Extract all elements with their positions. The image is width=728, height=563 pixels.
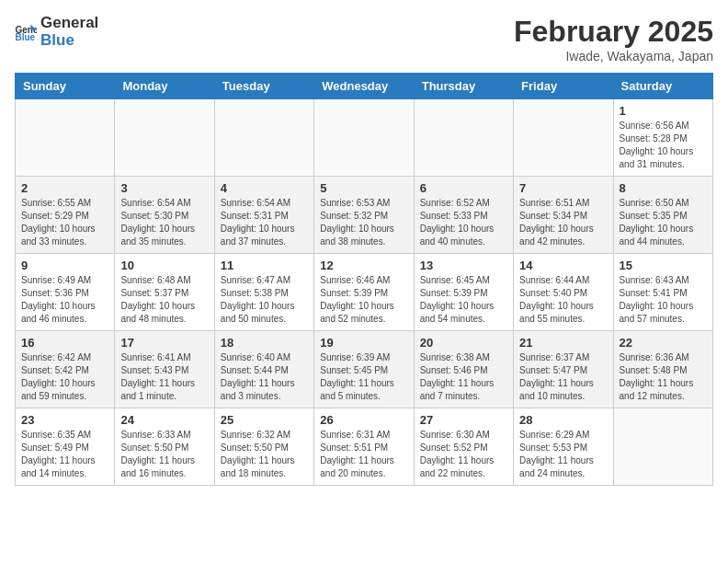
calendar-cell: 10Sunrise: 6:48 AM Sunset: 5:37 PM Dayli…	[115, 254, 214, 331]
day-number: 26	[320, 413, 407, 427]
day-number: 12	[320, 259, 407, 272]
calendar-cell: 25Sunrise: 6:32 AM Sunset: 5:50 PM Dayli…	[214, 408, 313, 486]
calendar-week-row: 16Sunrise: 6:42 AM Sunset: 5:42 PM Dayli…	[16, 331, 713, 408]
day-info: Sunrise: 6:54 AM Sunset: 5:31 PM Dayligh…	[221, 197, 308, 248]
day-info: Sunrise: 6:43 AM Sunset: 5:41 PM Dayligh…	[620, 274, 707, 326]
calendar-cell: 15Sunrise: 6:43 AM Sunset: 5:41 PM Dayli…	[613, 254, 712, 331]
day-number: 3	[120, 181, 208, 195]
day-info: Sunrise: 6:30 AM Sunset: 5:52 PM Dayligh…	[420, 429, 507, 480]
day-info: Sunrise: 6:36 AM Sunset: 5:48 PM Dayligh…	[620, 351, 707, 403]
day-header-thursday: Thursday	[414, 74, 513, 99]
day-info: Sunrise: 6:54 AM Sunset: 5:30 PM Dayligh…	[120, 197, 208, 248]
day-number: 4	[221, 181, 308, 195]
day-info: Sunrise: 6:46 AM Sunset: 5:39 PM Dayligh…	[320, 274, 407, 326]
location-title: Iwade, Wakayama, Japan	[514, 49, 713, 63]
calendar-cell	[214, 99, 313, 177]
title-area: February 2025 Iwade, Wakayama, Japan	[514, 15, 713, 63]
calendar-cell: 28Sunrise: 6:29 AM Sunset: 5:53 PM Dayli…	[514, 408, 613, 486]
calendar-cell: 27Sunrise: 6:30 AM Sunset: 5:52 PM Dayli…	[414, 408, 513, 486]
day-number: 8	[620, 181, 707, 195]
day-number: 28	[519, 413, 607, 427]
day-info: Sunrise: 6:52 AM Sunset: 5:33 PM Dayligh…	[420, 197, 507, 248]
calendar-cell: 13Sunrise: 6:45 AM Sunset: 5:39 PM Dayli…	[414, 254, 513, 331]
svg-text:Blue: Blue	[15, 32, 35, 41]
day-info: Sunrise: 6:50 AM Sunset: 5:35 PM Dayligh…	[620, 197, 707, 248]
calendar-cell: 6Sunrise: 6:52 AM Sunset: 5:33 PM Daylig…	[414, 177, 513, 254]
day-info: Sunrise: 6:41 AM Sunset: 5:43 PM Dayligh…	[120, 351, 208, 403]
month-title: February 2025	[514, 15, 713, 49]
calendar-week-row: 1Sunrise: 6:56 AM Sunset: 5:28 PM Daylig…	[16, 99, 713, 177]
calendar-cell: 22Sunrise: 6:36 AM Sunset: 5:48 PM Dayli…	[613, 331, 712, 408]
day-number: 24	[120, 413, 208, 427]
day-header-saturday: Saturday	[613, 74, 712, 99]
day-header-tuesday: Tuesday	[214, 74, 313, 99]
logo-icon: General Blue	[15, 23, 37, 41]
day-number: 22	[620, 336, 707, 350]
calendar-cell	[115, 99, 214, 177]
day-info: Sunrise: 6:56 AM Sunset: 5:28 PM Dayligh…	[620, 120, 707, 171]
calendar-week-row: 23Sunrise: 6:35 AM Sunset: 5:49 PM Dayli…	[16, 408, 713, 486]
day-number: 25	[221, 413, 308, 427]
calendar-cell: 14Sunrise: 6:44 AM Sunset: 5:40 PM Dayli…	[514, 254, 613, 331]
day-header-sunday: Sunday	[16, 74, 115, 99]
day-header-wednesday: Wednesday	[314, 74, 414, 99]
calendar: SundayMondayTuesdayWednesdayThursdayFrid…	[15, 73, 713, 486]
day-number: 17	[120, 336, 208, 350]
day-info: Sunrise: 6:47 AM Sunset: 5:38 PM Dayligh…	[221, 274, 308, 326]
calendar-cell	[314, 99, 414, 177]
day-info: Sunrise: 6:35 AM Sunset: 5:49 PM Dayligh…	[21, 429, 108, 480]
day-number: 10	[120, 259, 208, 272]
calendar-cell: 20Sunrise: 6:38 AM Sunset: 5:46 PM Dayli…	[414, 331, 513, 408]
day-number: 20	[420, 336, 507, 350]
day-info: Sunrise: 6:38 AM Sunset: 5:46 PM Dayligh…	[420, 351, 507, 403]
day-number: 6	[420, 181, 507, 195]
day-number: 7	[519, 181, 607, 195]
calendar-week-row: 2Sunrise: 6:55 AM Sunset: 5:29 PM Daylig…	[16, 177, 713, 254]
calendar-cell: 1Sunrise: 6:56 AM Sunset: 5:28 PM Daylig…	[613, 99, 712, 177]
day-number: 5	[320, 181, 407, 195]
calendar-cell: 18Sunrise: 6:40 AM Sunset: 5:44 PM Dayli…	[214, 331, 313, 408]
day-number: 19	[320, 336, 407, 350]
calendar-cell	[16, 99, 115, 177]
calendar-cell: 19Sunrise: 6:39 AM Sunset: 5:45 PM Dayli…	[314, 331, 414, 408]
logo-blue: Blue	[40, 32, 98, 50]
day-info: Sunrise: 6:33 AM Sunset: 5:50 PM Dayligh…	[120, 429, 208, 480]
day-info: Sunrise: 6:32 AM Sunset: 5:50 PM Dayligh…	[221, 429, 308, 480]
calendar-cell: 16Sunrise: 6:42 AM Sunset: 5:42 PM Dayli…	[16, 331, 115, 408]
calendar-cell: 5Sunrise: 6:53 AM Sunset: 5:32 PM Daylig…	[314, 177, 414, 254]
day-number: 23	[21, 413, 108, 427]
day-info: Sunrise: 6:55 AM Sunset: 5:29 PM Dayligh…	[21, 197, 108, 248]
calendar-cell: 4Sunrise: 6:54 AM Sunset: 5:31 PM Daylig…	[214, 177, 313, 254]
calendar-cell: 8Sunrise: 6:50 AM Sunset: 5:35 PM Daylig…	[613, 177, 712, 254]
day-info: Sunrise: 6:53 AM Sunset: 5:32 PM Dayligh…	[320, 197, 407, 248]
day-info: Sunrise: 6:40 AM Sunset: 5:44 PM Dayligh…	[221, 351, 308, 403]
day-header-friday: Friday	[514, 74, 613, 99]
calendar-header-row: SundayMondayTuesdayWednesdayThursdayFrid…	[16, 74, 713, 99]
day-info: Sunrise: 6:39 AM Sunset: 5:45 PM Dayligh…	[320, 351, 407, 403]
day-info: Sunrise: 6:42 AM Sunset: 5:42 PM Dayligh…	[21, 351, 108, 403]
day-number: 2	[21, 181, 108, 195]
calendar-cell	[514, 99, 613, 177]
calendar-cell: 23Sunrise: 6:35 AM Sunset: 5:49 PM Dayli…	[16, 408, 115, 486]
day-info: Sunrise: 6:49 AM Sunset: 5:36 PM Dayligh…	[21, 274, 108, 326]
day-info: Sunrise: 6:29 AM Sunset: 5:53 PM Dayligh…	[519, 429, 607, 480]
calendar-cell: 7Sunrise: 6:51 AM Sunset: 5:34 PM Daylig…	[514, 177, 613, 254]
calendar-cell: 21Sunrise: 6:37 AM Sunset: 5:47 PM Dayli…	[514, 331, 613, 408]
calendar-cell	[414, 99, 513, 177]
calendar-cell: 9Sunrise: 6:49 AM Sunset: 5:36 PM Daylig…	[16, 254, 115, 331]
day-header-monday: Monday	[115, 74, 214, 99]
day-number: 11	[221, 259, 308, 272]
day-number: 1	[620, 104, 707, 118]
calendar-cell: 26Sunrise: 6:31 AM Sunset: 5:51 PM Dayli…	[314, 408, 414, 486]
calendar-cell: 11Sunrise: 6:47 AM Sunset: 5:38 PM Dayli…	[214, 254, 313, 331]
day-info: Sunrise: 6:31 AM Sunset: 5:51 PM Dayligh…	[320, 429, 407, 480]
calendar-cell: 12Sunrise: 6:46 AM Sunset: 5:39 PM Dayli…	[314, 254, 414, 331]
calendar-cell	[613, 408, 712, 486]
calendar-cell: 24Sunrise: 6:33 AM Sunset: 5:50 PM Dayli…	[115, 408, 214, 486]
day-info: Sunrise: 6:44 AM Sunset: 5:40 PM Dayligh…	[519, 274, 607, 326]
day-info: Sunrise: 6:48 AM Sunset: 5:37 PM Dayligh…	[120, 274, 208, 326]
day-number: 13	[420, 259, 507, 272]
day-info: Sunrise: 6:51 AM Sunset: 5:34 PM Dayligh…	[519, 197, 607, 248]
calendar-body: 1Sunrise: 6:56 AM Sunset: 5:28 PM Daylig…	[16, 99, 713, 486]
day-number: 9	[21, 259, 108, 272]
